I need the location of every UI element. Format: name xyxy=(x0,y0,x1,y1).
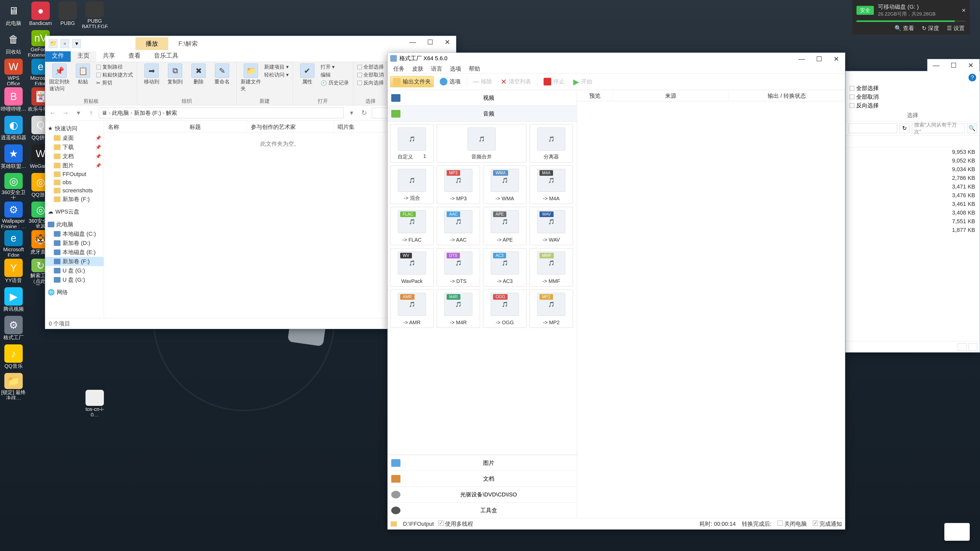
file-row[interactable]: 9,052 KB xyxy=(845,156,980,165)
maximize-button[interactable]: ☐ xyxy=(422,36,439,48)
desktop-icon[interactable]: ⚙格式工厂 xyxy=(0,314,27,342)
format-card[interactable]: MP3🎵-> MP3 xyxy=(437,165,480,204)
format-card[interactable]: 🎵-> 混合 xyxy=(390,165,434,204)
desktop-icon[interactable]: tos-cn-i-0… xyxy=(81,388,108,416)
up-button[interactable]: ↑ xyxy=(86,108,96,118)
desktop-icon[interactable]: ⚙Wallpaper Engine : … xyxy=(0,200,27,228)
recent-dropdown[interactable]: ▾ xyxy=(73,108,83,118)
menu-lang[interactable]: 语言 xyxy=(428,64,445,73)
menu-task[interactable]: 任务 xyxy=(390,64,407,73)
nav-item[interactable]: 本地磁盘 (E:) xyxy=(45,248,103,257)
drive-deep[interactable]: ↻ 深度 xyxy=(922,24,939,32)
edit-button[interactable]: 编辑 xyxy=(321,71,349,78)
drive-settings[interactable]: ☰ 设置 xyxy=(947,24,965,32)
drive-view[interactable]: 🔍 查看 xyxy=(894,24,914,32)
desktop-icon[interactable]: ●Bandicam xyxy=(27,0,54,28)
folder-icon[interactable]: 📁 xyxy=(49,39,57,48)
folder-icon[interactable] xyxy=(391,521,397,527)
category-video[interactable]: 视频 xyxy=(388,90,577,106)
format-card[interactable]: WV🎵WavPack xyxy=(390,248,434,286)
minimize-button[interactable]: — xyxy=(404,36,422,48)
invert-selection-button[interactable]: 反向选择 xyxy=(357,79,384,86)
help-icon[interactable]: ? xyxy=(969,74,976,81)
category-dvd[interactable]: 光驱设备\DVD\CD\ISO xyxy=(388,486,577,502)
category-audio[interactable]: 音频 xyxy=(388,106,577,122)
search-input[interactable]: 搜索"人间从有千万次" xyxy=(912,124,964,133)
format-card[interactable]: 🎵自定义1 xyxy=(390,124,434,162)
file-row[interactable]: 7,551 KB xyxy=(845,217,980,226)
paste-shortcut-button[interactable]: 粘贴快捷方式 xyxy=(96,71,133,78)
format-card[interactable]: 🎵音频合并 xyxy=(437,124,527,162)
nav-item[interactable]: 新加卷 (F:) xyxy=(45,195,103,204)
ime-indicator[interactable] xyxy=(944,523,970,541)
nav-item[interactable]: FFOutput xyxy=(45,170,103,178)
nav-item[interactable]: screenshots xyxy=(45,186,103,195)
desktop-icon[interactable]: ▶腾讯视频 xyxy=(0,286,27,314)
history-button[interactable]: 🕘 历史记录 xyxy=(321,79,349,86)
format-card[interactable]: DTS🎵-> DTS xyxy=(437,248,480,286)
file-row[interactable]: 3,408 KB xyxy=(845,208,980,217)
nav-item[interactable]: 本地磁盘 (C:) xyxy=(45,229,103,238)
address-bar[interactable]: 🖥 ›此电脑 ›新加卷 (F:) ›解索 xyxy=(99,108,344,118)
refresh-icon[interactable]: ↻ xyxy=(900,124,909,133)
view-tiles-icon[interactable] xyxy=(969,343,977,351)
desktop-icon[interactable]: WWPS Office xyxy=(0,57,27,85)
properties-button[interactable]: ✔属性 xyxy=(297,64,318,85)
select-all-button[interactable]: 全部选择 xyxy=(357,64,384,70)
qat-dropdown[interactable]: ▾ xyxy=(72,39,81,48)
select-none[interactable]: 全部取消 xyxy=(850,93,976,101)
tab-music-tools[interactable]: 音乐工具 xyxy=(147,49,185,62)
category-image[interactable]: 图片 xyxy=(388,455,577,471)
search-icon[interactable]: 🔍 xyxy=(967,124,977,133)
format-factory-window[interactable]: 格式工厂 X64 5.6.0 — ☐ ✕ 任务 皮肤 语言 选项 帮助 输出文件… xyxy=(387,52,845,530)
desktop-icon[interactable]: 📁[锁定] 最终决战… xyxy=(0,372,27,400)
tab-share[interactable]: 共享 xyxy=(96,49,122,62)
forward-button[interactable]: → xyxy=(60,108,71,118)
nav-quick-access[interactable]: ★快速访问 xyxy=(45,124,103,133)
file-row[interactable]: 3,476 KB xyxy=(845,191,980,200)
desktop-icon[interactable]: 🖥此电脑 xyxy=(0,0,27,28)
back-button[interactable]: ← xyxy=(48,108,58,118)
easy-access-button[interactable]: 轻松访问 ▾ xyxy=(264,71,289,78)
explorer-window-right[interactable]: — ☐ ✕ ? 全部选择 全部取消 反向选择 选择 ↻ 搜索"人间从有千万次" … xyxy=(845,71,980,353)
tab-home[interactable]: 主页 xyxy=(71,49,96,62)
format-card[interactable]: FLAC🎵-> FLAC xyxy=(390,207,434,245)
cut-button[interactable]: ✂ 剪切 xyxy=(96,79,133,86)
file-row[interactable]: 3,461 KB xyxy=(845,200,980,208)
close-button[interactable]: ✕ xyxy=(828,53,845,65)
path-dropdown[interactable] xyxy=(849,124,897,133)
close-button[interactable]: ✕ xyxy=(439,36,456,48)
output-folder-button[interactable]: 输出文件夹 xyxy=(390,76,434,87)
menu-help[interactable]: 帮助 xyxy=(466,64,483,73)
format-card[interactable]: MP2🎵-> MP2 xyxy=(530,289,573,328)
desktop-icon[interactable]: ◐逍遥模拟器 xyxy=(0,114,27,142)
format-card[interactable]: WAV🎵-> WAV xyxy=(530,207,573,245)
notify-toggle[interactable]: 完成通知 xyxy=(813,520,842,528)
view-details-icon[interactable] xyxy=(958,343,966,351)
desktop-icon[interactable]: PUBG BATTLEGR… xyxy=(81,0,108,28)
menu-options[interactable]: 选项 xyxy=(447,64,464,73)
queue-list[interactable] xyxy=(577,101,845,518)
desktop-icon[interactable]: ◎360安全卫士 xyxy=(0,171,27,200)
menu-skin[interactable]: 皮肤 xyxy=(409,64,426,73)
minimize-button[interactable]: — xyxy=(793,53,810,65)
format-card[interactable]: M4R🎵-> M4R xyxy=(437,289,480,328)
drive-notification[interactable]: 安全 可移动磁盘 (G: ) 26.22GB可用，共29.28GB × 🔍 查看… xyxy=(853,0,970,35)
desktop-icon[interactable]: ★英雄联盟… xyxy=(0,143,27,171)
qat-button[interactable]: ▫ xyxy=(60,39,69,48)
maximize-button[interactable]: ☐ xyxy=(945,59,962,71)
tab-view[interactable]: 查看 xyxy=(122,49,147,62)
delete-button[interactable]: ✖删除 xyxy=(188,64,209,85)
shutdown-toggle[interactable]: 关闭电脑 xyxy=(778,520,807,528)
category-document[interactable]: 文档 xyxy=(388,471,577,486)
desktop-icon[interactable]: ♪QQ音乐 xyxy=(0,343,27,371)
desktop-icon[interactable]: 🗑回收站 xyxy=(0,29,27,57)
new-folder-button[interactable]: 📁新建文件夹 xyxy=(241,64,261,92)
format-card[interactable]: OGG🎵-> OGG xyxy=(483,289,527,328)
close-button[interactable]: ✕ xyxy=(962,59,980,71)
clear-button[interactable]: ✕清空列表 xyxy=(498,76,534,87)
start-button[interactable]: ▶开始 xyxy=(571,76,595,88)
copyto-button[interactable]: ⧉复制到 xyxy=(165,64,185,85)
format-card[interactable]: AMR🎵-> AMR xyxy=(390,289,434,328)
nav-this-pc[interactable]: 此电脑 xyxy=(45,220,103,229)
